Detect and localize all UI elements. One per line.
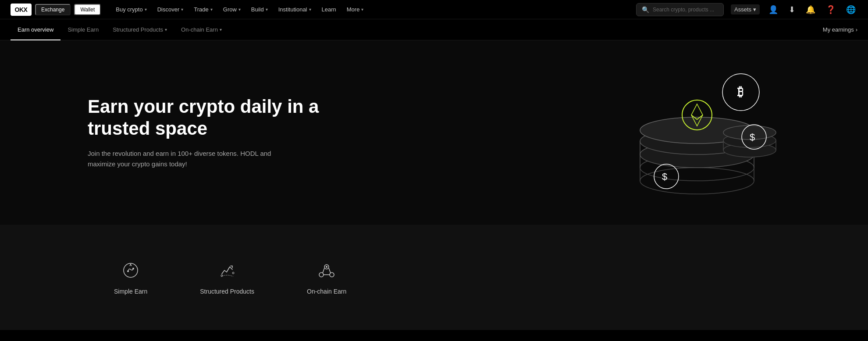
user-icon[interactable]: 👤	[767, 3, 780, 16]
chevron-down-icon: ▾	[361, 7, 363, 12]
hero-content: Earn your crypto daily in a trusted spac…	[88, 96, 324, 170]
hero-subtitle: Join the revolution and earn in 100+ div…	[88, 148, 281, 169]
chevron-right-icon: ›	[856, 26, 857, 33]
svg-point-26	[127, 270, 129, 272]
simple-earn-card[interactable]: Simple Earn	[88, 251, 174, 304]
tab-structured-products[interactable]: Structured Products ▾	[106, 19, 174, 40]
simple-earn-label: Simple Earn	[114, 288, 147, 295]
help-icon[interactable]: ❓	[824, 3, 837, 16]
onchain-earn-icon	[316, 260, 337, 281]
my-earnings-link[interactable]: My earnings ›	[823, 26, 857, 33]
nav-institutional[interactable]: Institutional ▾	[274, 0, 316, 19]
chevron-down-icon: ▾	[165, 27, 167, 32]
nav-build[interactable]: Build ▾	[247, 0, 272, 19]
logo-text: OKX	[15, 6, 28, 13]
chevron-down-icon: ▾	[145, 7, 147, 12]
nav-buy-crypto[interactable]: Buy crypto ▾	[111, 0, 151, 19]
exchange-tab[interactable]: Exchange	[35, 4, 71, 15]
chevron-down-icon: ▾	[309, 7, 311, 12]
svg-point-27	[132, 268, 134, 269]
nav-learn[interactable]: Learn	[317, 0, 341, 19]
svg-point-29	[232, 272, 234, 274]
svg-text:₿: ₿	[737, 85, 743, 99]
simple-earn-icon	[120, 260, 141, 281]
logo[interactable]: OKX	[11, 4, 32, 16]
svg-text:$: $	[662, 171, 667, 182]
chevron-down-icon: ▾	[266, 7, 268, 12]
earn-illustration: ₿ $ $	[614, 62, 780, 203]
svg-line-34	[329, 268, 331, 273]
onchain-earn-label: On-chain Earn	[307, 288, 346, 295]
globe-icon[interactable]: 🌐	[844, 3, 857, 16]
notification-icon[interactable]: 🔔	[804, 3, 817, 16]
nav-items: Buy crypto ▾ Discover ▾ Trade ▾ Grow ▾ B…	[111, 0, 636, 19]
svg-point-31	[319, 273, 324, 277]
search-icon: 🔍	[642, 6, 649, 13]
svg-line-33	[323, 268, 324, 273]
tab-onchain-earn[interactable]: On-chain Earn ▾	[174, 19, 229, 40]
chevron-down-icon: ▾	[181, 7, 183, 12]
tab-earn-overview[interactable]: Earn overview	[11, 19, 60, 40]
nav-right: 🔍 Search crypto, products ... Assets ▾ 👤…	[636, 3, 857, 16]
hero-section: Earn your crypto daily in a trusted spac…	[0, 40, 868, 225]
nav-discover[interactable]: Discover ▾	[153, 0, 188, 19]
svg-point-36	[326, 266, 327, 268]
nav-grow[interactable]: Grow ▾	[219, 0, 245, 19]
structured-products-card[interactable]: Structured Products	[174, 251, 281, 304]
wallet-tab[interactable]: Wallet	[74, 4, 101, 15]
structured-products-label: Structured Products	[200, 288, 254, 295]
hero-illustration: ₿ $ $	[614, 62, 780, 203]
svg-point-25	[124, 263, 138, 277]
search-placeholder: Search crypto, products ...	[653, 7, 714, 13]
secondary-nav-items: Earn overview Simple Earn Structured Pro…	[11, 19, 823, 40]
logo-area: OKX Exchange Wallet	[11, 4, 101, 16]
chevron-down-icon: ▾	[238, 7, 241, 12]
structured-products-icon	[217, 260, 238, 281]
top-navigation: OKX Exchange Wallet Buy crypto ▾ Discove…	[0, 0, 868, 19]
svg-text:$: $	[750, 132, 755, 143]
hero-title: Earn your crypto daily in a trusted spac…	[88, 96, 324, 140]
bottom-section: Simple Earn Structured Products	[0, 225, 868, 330]
svg-point-32	[330, 273, 334, 277]
chevron-down-icon: ▾	[220, 27, 222, 32]
secondary-navigation: Earn overview Simple Earn Structured Pro…	[0, 19, 868, 40]
chevron-down-icon: ▾	[753, 6, 756, 13]
chevron-down-icon: ▾	[210, 7, 213, 12]
nav-trade[interactable]: Trade ▾	[189, 0, 217, 19]
assets-button[interactable]: Assets ▾	[731, 4, 760, 14]
nav-more[interactable]: More ▾	[342, 0, 368, 19]
search-box[interactable]: 🔍 Search crypto, products ...	[636, 3, 724, 16]
tab-simple-earn[interactable]: Simple Earn	[60, 19, 106, 40]
download-icon[interactable]: ⬇	[787, 3, 797, 16]
onchain-earn-card[interactable]: On-chain Earn	[281, 251, 373, 304]
